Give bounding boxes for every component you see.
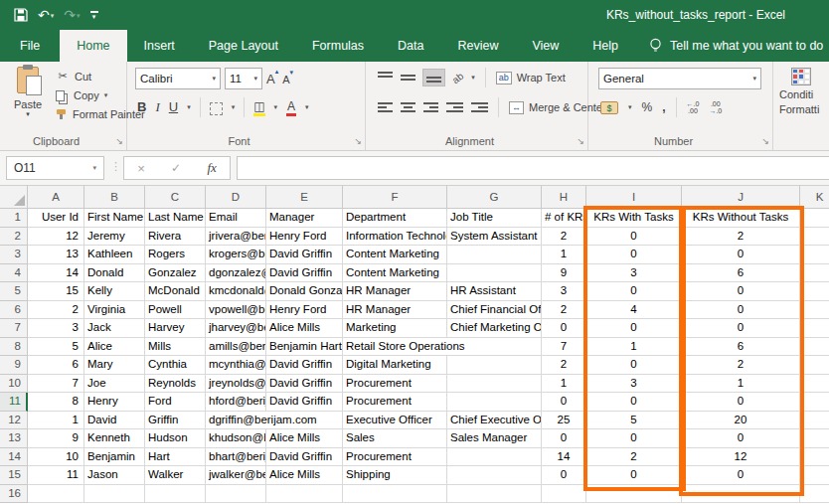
- cell-B15[interactable]: Jason: [84, 466, 145, 485]
- percent-style-button[interactable]: %: [642, 100, 653, 114]
- borders-icon[interactable]: [210, 102, 223, 115]
- row-header-11[interactable]: 11: [0, 393, 28, 412]
- cell-C16[interactable]: [145, 485, 206, 504]
- cell-K13[interactable]: [800, 429, 829, 448]
- fill-color-button[interactable]: ◫: [253, 99, 264, 116]
- cell-K2[interactable]: [800, 228, 829, 247]
- cell-D12[interactable]: dgriffin@berijam.com: [206, 412, 343, 430]
- cell-B7[interactable]: Jack: [84, 319, 145, 338]
- cell-I5[interactable]: 0: [586, 282, 682, 301]
- formula-input[interactable]: [237, 156, 829, 180]
- cell-K4[interactable]: [800, 264, 829, 283]
- tab-insert[interactable]: Insert: [127, 30, 192, 62]
- cell-A5[interactable]: 15: [28, 282, 84, 301]
- cell-F3[interactable]: Content Marketing: [343, 246, 447, 264]
- cell-E10[interactable]: David Griffin: [266, 375, 343, 394]
- column-header-C[interactable]: C: [145, 186, 206, 209]
- cell-D2[interactable]: jrivera@berijam.com: [206, 228, 266, 247]
- cell-G14[interactable]: [447, 448, 542, 467]
- cell-J7[interactable]: 0: [682, 319, 800, 338]
- clipboard-dialog-launcher-icon[interactable]: ↘: [115, 136, 123, 146]
- orientation-dropdown-icon[interactable]: ▾: [471, 74, 475, 82]
- cell-D8[interactable]: amills@berijam.com: [206, 338, 266, 357]
- row-header-5[interactable]: 5: [0, 282, 28, 301]
- name-box[interactable]: O11 ▾: [6, 156, 104, 180]
- cell-D10[interactable]: jreynolds@berijam.com: [206, 375, 266, 394]
- tab-review[interactable]: Review: [440, 30, 515, 62]
- cancel-icon[interactable]: ×: [137, 161, 145, 176]
- column-header-A[interactable]: A: [28, 186, 84, 209]
- row-header-13[interactable]: 13: [0, 429, 28, 448]
- cell-I15[interactable]: 0: [586, 466, 682, 485]
- tab-formulas[interactable]: Formulas: [295, 30, 381, 62]
- tell-me-box[interactable]: Tell me what you want to do: [649, 30, 823, 62]
- cell-C2[interactable]: Rivera: [145, 228, 206, 247]
- tab-file[interactable]: File: [0, 30, 60, 62]
- cell-E7[interactable]: Alice Mills: [266, 319, 343, 338]
- cell-B10[interactable]: Joe: [84, 375, 145, 394]
- cell-D15[interactable]: jwalker@berijam.com: [206, 466, 266, 485]
- column-header-B[interactable]: B: [84, 186, 145, 209]
- align-right-button[interactable]: [423, 102, 438, 112]
- cell-G4[interactable]: [447, 264, 542, 283]
- cell-C15[interactable]: Walker: [145, 466, 206, 485]
- cell-I2[interactable]: 0: [586, 228, 682, 247]
- font-size-combobox[interactable]: 11▾: [225, 68, 262, 89]
- cell-D1[interactable]: Email: [206, 209, 266, 228]
- cell-I11[interactable]: 0: [586, 393, 682, 412]
- cell-E11[interactable]: David Griffin: [266, 393, 343, 412]
- column-header-J[interactable]: J: [682, 186, 800, 209]
- accounting-dropdown-icon[interactable]: ▾: [628, 103, 632, 111]
- cell-A1[interactable]: User Id: [28, 209, 84, 228]
- cell-F15[interactable]: Shipping: [343, 466, 447, 485]
- cell-H5[interactable]: 3: [542, 282, 586, 301]
- paste-dropdown-icon[interactable]: ▾: [26, 110, 30, 118]
- cell-E2[interactable]: Henry Ford: [266, 228, 343, 247]
- cell-G15[interactable]: [447, 466, 542, 485]
- cell-F4[interactable]: Content Marketing: [343, 264, 447, 283]
- cell-I4[interactable]: 3: [586, 264, 682, 283]
- cell-J9[interactable]: 2: [682, 356, 800, 375]
- cell-J15[interactable]: 0: [682, 466, 800, 485]
- font-color-dropdown-icon[interactable]: ▾: [305, 103, 309, 111]
- bottom-align-button[interactable]: [423, 70, 444, 85]
- cell-D3[interactable]: krogers@berijam.com: [206, 246, 266, 264]
- cell-H13[interactable]: 0: [542, 429, 586, 448]
- cell-G9[interactable]: [447, 356, 542, 375]
- cell-F9[interactable]: Digital Marketing: [343, 356, 447, 375]
- cell-I7[interactable]: 0: [586, 319, 682, 338]
- cell-E13[interactable]: Alice Mills: [266, 429, 343, 448]
- wrap-text-button[interactable]: ab Wrap Text: [496, 72, 566, 84]
- number-format-combobox[interactable]: General▾: [598, 68, 761, 89]
- cell-A12[interactable]: 1: [28, 412, 84, 430]
- cell-K11[interactable]: [800, 393, 829, 412]
- cell-E6[interactable]: Henry Ford: [266, 301, 343, 320]
- decrease-indent-button[interactable]: [446, 102, 463, 112]
- cell-C9[interactable]: Cynthia: [145, 356, 206, 375]
- orientation-icon[interactable]: ab: [450, 70, 466, 85]
- column-header-H[interactable]: H: [542, 186, 586, 209]
- font-color-button[interactable]: A: [286, 99, 296, 116]
- cell-G11[interactable]: [447, 393, 542, 412]
- cell-K16[interactable]: [800, 485, 829, 504]
- cell-J14[interactable]: 12: [682, 448, 800, 467]
- cell-B3[interactable]: Kathleen: [84, 246, 145, 264]
- save-icon[interactable]: [14, 8, 28, 22]
- cell-K15[interactable]: [800, 466, 829, 485]
- column-header-F[interactable]: F: [343, 186, 447, 209]
- cell-F13[interactable]: Sales: [343, 429, 447, 448]
- cell-H15[interactable]: 0: [542, 466, 586, 485]
- row-header-4[interactable]: 4: [0, 264, 28, 283]
- cell-H11[interactable]: 0: [542, 393, 586, 412]
- cell-K9[interactable]: [800, 356, 829, 375]
- cell-F11[interactable]: Procurement: [343, 393, 447, 412]
- cell-B12[interactable]: David: [84, 412, 145, 430]
- cell-J4[interactable]: 6: [682, 264, 800, 283]
- row-header-9[interactable]: 9: [0, 356, 28, 375]
- row-header-1[interactable]: 1: [0, 209, 28, 228]
- row-header-16[interactable]: 16: [0, 485, 28, 504]
- cell-I9[interactable]: 0: [586, 356, 682, 375]
- cell-H3[interactable]: 1: [542, 246, 586, 264]
- cell-K7[interactable]: [800, 319, 829, 338]
- column-header-I[interactable]: I: [586, 186, 682, 209]
